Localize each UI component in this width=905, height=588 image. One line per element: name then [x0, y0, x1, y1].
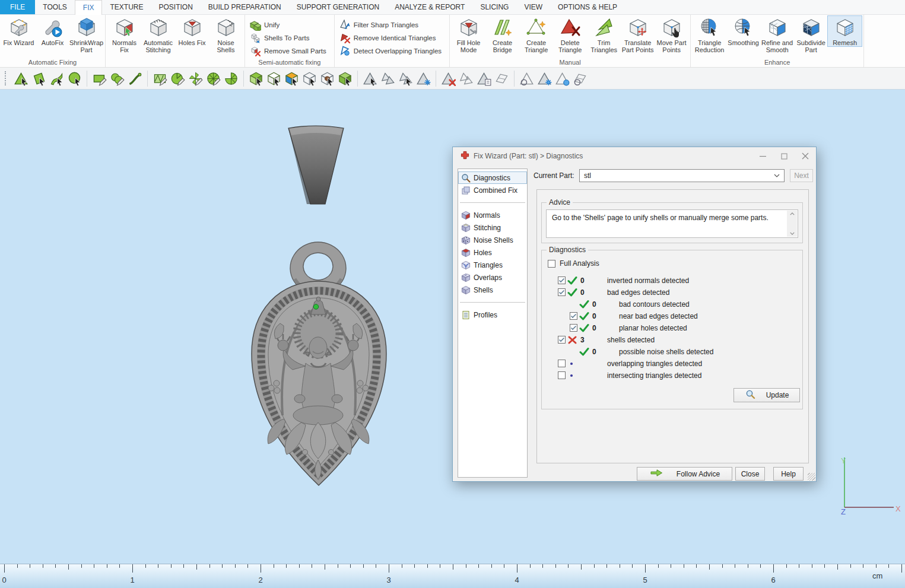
ribbon-autofix-button[interactable]: AutoFix — [36, 16, 69, 46]
smooth-marked-region-icon[interactable] — [554, 71, 570, 87]
smooth-marked-triangles-icon[interactable] — [415, 71, 431, 87]
wizard-page-normals[interactable]: Normals — [458, 209, 527, 221]
filter-marked-triangles-icon[interactable] — [458, 71, 474, 87]
ribbon-remesh-button[interactable]: Remesh — [828, 16, 862, 46]
ribbon-smoothing-button[interactable]: Smoothing — [726, 16, 760, 46]
select-colored-cube-icon[interactable] — [284, 71, 300, 87]
ribbon-trim-triangles-button[interactable]: Trim Triangles — [587, 16, 621, 54]
circle-segment-selection-icon[interactable] — [170, 71, 186, 87]
menu-slicing[interactable]: SLICING — [472, 0, 516, 14]
advice-scrollbar[interactable] — [787, 211, 797, 237]
wizard-page-diagnostics[interactable]: Diagnostics — [458, 171, 527, 184]
menu-tools[interactable]: TOOLS — [35, 0, 74, 14]
diagnostic-checkbox[interactable] — [558, 360, 566, 367]
ribbon-refine-and-smooth-button[interactable]: Refine and Smooth — [760, 16, 794, 54]
wizard-page-overlaps[interactable]: Overlaps — [458, 271, 527, 284]
current-part-dropdown[interactable]: stl — [579, 169, 785, 182]
ribbon-delete-triangle-button[interactable]: Delete Triangle — [553, 16, 587, 54]
update-button[interactable]: Update — [733, 388, 800, 402]
select-volume-cube-icon[interactable] — [337, 71, 353, 87]
diagnostic-checkbox[interactable] — [558, 276, 566, 284]
grow-marked-triangles-icon[interactable] — [398, 71, 414, 87]
toolbar-drag-handle[interactable] — [5, 71, 7, 85]
pinwheel-selection-icon[interactable] — [188, 71, 204, 87]
wheel-selection-icon[interactable] — [205, 71, 221, 87]
close-button[interactable]: Close — [735, 467, 765, 481]
ribbon-subdivide-part-button[interactable]: Subdivide Part — [794, 16, 828, 54]
menu-texture[interactable]: TEXTURE — [102, 0, 151, 14]
wizard-page-stitching[interactable]: Stitching — [458, 221, 527, 234]
ribbon-create-triangle-button[interactable]: Create Triangle — [519, 16, 553, 54]
zoom-to-marked-triangles-icon[interactable] — [519, 71, 535, 87]
minimize-icon[interactable] — [752, 147, 773, 165]
select-surface-cube-icon[interactable] — [266, 71, 282, 87]
diagnostic-checkbox[interactable] — [558, 371, 566, 379]
full-analysis-checkbox[interactable] — [548, 260, 555, 268]
marked-triangles-properties-icon[interactable] — [476, 71, 492, 87]
ribbon-noise-shells-button[interactable]: Noise Shells — [209, 16, 243, 54]
select-outline-cube-icon[interactable] — [301, 71, 317, 87]
curve-selection-icon[interactable] — [127, 71, 143, 87]
select-curved-surface-icon[interactable] — [49, 71, 65, 87]
diagnostic-checkbox[interactable] — [570, 312, 577, 320]
menu-fix[interactable]: FIX — [75, 0, 103, 15]
close-icon[interactable] — [795, 147, 816, 165]
window-triangles-selection-icon[interactable] — [152, 71, 168, 87]
ribbon-automatic-stitching-button[interactable]: Automatic Stitching — [141, 16, 175, 54]
ribbon-move-part-points-button[interactable]: Move Part Points — [655, 16, 688, 54]
select-inner-cube-icon[interactable] — [319, 71, 335, 87]
next-button[interactable]: Next — [790, 169, 813, 182]
dialog-titlebar[interactable]: Fix Wizard (Part: stl) > Diagnostics — [453, 147, 816, 165]
menu-build-preparation[interactable]: BUILD PREPARATION — [201, 0, 289, 14]
diagnostic-checkbox[interactable] — [558, 288, 566, 296]
ribbon-translate-part-points-button[interactable]: Translate Part Points — [621, 16, 655, 54]
wizard-page-noise-shells[interactable]: Noise Shells — [458, 234, 527, 246]
select-visible-cube-icon[interactable] — [248, 71, 264, 87]
select-shell-icon[interactable] — [66, 71, 82, 87]
menu-view[interactable]: VIEW — [516, 0, 550, 14]
ribbon-detect-overlapping-triangles-button[interactable]: Detect Overlapping Triangles — [338, 45, 446, 58]
diagnostic-checkbox[interactable] — [558, 336, 566, 344]
ribbon-holes-fix-button[interactable]: Holes Fix — [175, 16, 209, 46]
ribbon-filter-sharp-triangles-button[interactable]: Filter Sharp Triangles — [338, 18, 446, 31]
diagnostic-checkbox[interactable] — [570, 324, 577, 332]
fan-selection-icon[interactable] — [223, 71, 239, 87]
follow-advice-button[interactable]: Follow Advice — [637, 467, 732, 481]
wizard-page-triangles[interactable]: Triangles — [458, 259, 527, 271]
section-plane-icon[interactable] — [572, 71, 588, 87]
diagnostic-row: 0planar holes detected — [542, 322, 802, 334]
viewport-3d[interactable]: Y X Z Fix Wizard (Part: stl) > Diagnosti… — [0, 90, 905, 564]
select-triangles-icon[interactable] — [13, 71, 29, 87]
wizard-page-shells[interactable]: Shells — [458, 284, 527, 296]
wizard-page-combined-fix[interactable]: Combined Fix — [458, 184, 527, 196]
wizard-page-profiles[interactable]: Profiles — [458, 309, 527, 321]
brush-selection-icon[interactable] — [109, 71, 125, 87]
ribbon-shells-to-parts-button[interactable]: Shells To Parts — [248, 31, 331, 45]
menu-position[interactable]: POSITION — [151, 0, 201, 14]
ribbon-unify-button[interactable]: Unify — [248, 18, 331, 31]
ribbon-normals-fix-button[interactable]: Normals Fix — [107, 16, 141, 54]
ribbon-triangle-reduction-button[interactable]: Triangle Reduction — [693, 16, 726, 54]
help-button[interactable]: Help — [773, 467, 804, 481]
ribbon-fix-wizard-button[interactable]: Fix Wizard — [2, 16, 36, 46]
rectangle-selection-icon[interactable] — [91, 71, 107, 87]
pendant-model[interactable] — [246, 125, 389, 517]
refine-marked-triangles-icon[interactable] — [536, 71, 552, 87]
menu-options-help[interactable]: OPTIONS & HELP — [550, 0, 625, 14]
menu-support-generation[interactable]: SUPPORT GENERATION — [289, 0, 387, 14]
delete-marked-triangles-icon[interactable] — [440, 71, 456, 87]
menu-analyze-report[interactable]: ANALYZE & REPORT — [387, 0, 472, 14]
ribbon-create-bridge-button[interactable]: Create Bridge — [485, 16, 519, 54]
resize-grip[interactable] — [808, 473, 815, 481]
maximize-icon[interactable] — [773, 147, 795, 165]
select-plane-icon[interactable] — [31, 71, 47, 87]
select-marked-triangles-icon[interactable] — [362, 71, 378, 87]
ribbon-shrinkwrap-part-button[interactable]: ShrinkWrap Part — [69, 16, 103, 54]
ribbon-fill-hole-mode-button[interactable]: Fill Hole Mode — [452, 16, 485, 54]
marked-triangles-wireframe-icon[interactable] — [494, 71, 510, 87]
ribbon-remove-identical-triangles-button[interactable]: Remove Identical Triangles — [338, 31, 446, 45]
ribbon-remove-small-parts-button[interactable]: Remove Small Parts — [248, 45, 331, 58]
wizard-page-holes[interactable]: Holes — [458, 246, 527, 259]
invert-marked-triangles-icon[interactable] — [380, 71, 396, 87]
menu-file[interactable]: FILE — [0, 0, 35, 14]
